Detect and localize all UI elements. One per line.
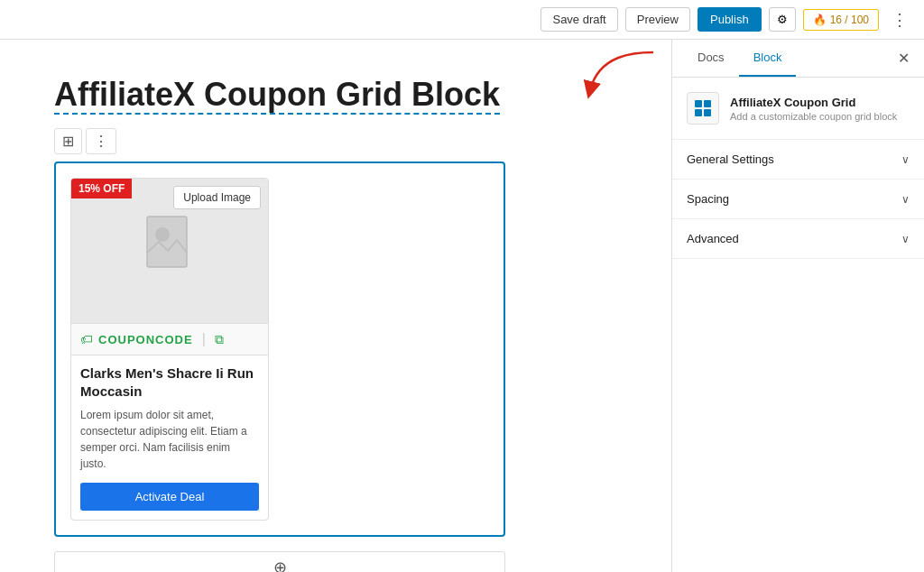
grid-icon: ⊞ bbox=[62, 133, 74, 150]
general-settings-chevron: ∨ bbox=[901, 153, 910, 166]
coupon-image-area: 15% OFF Upload Image bbox=[71, 179, 268, 323]
toolbar: Save draft Preview Publish ⚙ 🔥 16 / 100 … bbox=[0, 0, 924, 40]
coupon-card: 15% OFF Upload Image 🏷 COUPONCODE | bbox=[70, 178, 269, 521]
image-placeholder-icon bbox=[143, 215, 197, 288]
add-block-bar[interactable]: ⊕ bbox=[54, 551, 505, 572]
spacing-toggle[interactable]: Spacing ∨ bbox=[672, 180, 924, 218]
advanced-toggle[interactable]: Advanced ∨ bbox=[672, 219, 924, 258]
svg-rect-3 bbox=[704, 100, 711, 107]
svg-rect-2 bbox=[695, 100, 702, 107]
settings-button[interactable]: ⚙ bbox=[769, 7, 796, 32]
add-block-icon: ⊕ bbox=[273, 558, 287, 572]
copy-icon[interactable]: ⧉ bbox=[215, 332, 224, 347]
coupon-divider: | bbox=[202, 331, 206, 347]
gear-icon: ⚙ bbox=[777, 13, 788, 26]
panel-tabs: Docs Block ✕ bbox=[672, 40, 924, 78]
coupon-info: Clarks Men's Shacre Ii Run Moccasin Lore… bbox=[71, 355, 268, 520]
discount-badge: 15% OFF bbox=[71, 179, 132, 198]
block-type-icon bbox=[687, 92, 719, 125]
general-settings-label: General Settings bbox=[687, 152, 774, 166]
block-grid-button[interactable]: ⊞ bbox=[54, 128, 82, 154]
coupon-block: 15% OFF Upload Image 🏷 COUPONCODE | bbox=[54, 161, 505, 537]
spacing-chevron: ∨ bbox=[901, 193, 910, 206]
more-icon: ⋮ bbox=[892, 11, 908, 29]
block-info: AffiliateX Coupon Grid Add a customizabl… bbox=[672, 78, 924, 140]
block-name: AffiliateX Coupon Grid bbox=[730, 96, 897, 109]
save-draft-button[interactable]: Save draft bbox=[541, 7, 617, 32]
main-layout: AffiliateX Coupon Grid Block ⊞ ⋮ 15% OFF… bbox=[0, 40, 924, 572]
right-panel: Docs Block ✕ AffiliateX Cou bbox=[671, 40, 924, 572]
page-title: AffiliateX Coupon Grid Block bbox=[54, 76, 500, 115]
publish-button[interactable]: Publish bbox=[698, 7, 762, 32]
advanced-label: Advanced bbox=[687, 232, 739, 245]
general-settings-toggle[interactable]: General Settings ∨ bbox=[672, 140, 924, 179]
accordion-spacing: Spacing ∨ bbox=[672, 180, 924, 219]
activate-deal-button[interactable]: Activate Deal bbox=[80, 483, 259, 511]
spacing-label: Spacing bbox=[687, 192, 729, 206]
coupon-code-text: COUPONCODE bbox=[98, 333, 193, 346]
block-more-button[interactable]: ⋮ bbox=[86, 128, 116, 154]
coupon-tag-icon: 🏷 bbox=[80, 332, 93, 346]
block-toolbar: ⊞ ⋮ bbox=[54, 128, 617, 154]
editor-area: AffiliateX Coupon Grid Block ⊞ ⋮ 15% OFF… bbox=[0, 40, 671, 572]
tab-block[interactable]: Block bbox=[739, 40, 797, 77]
accordion-advanced: Advanced ∨ bbox=[672, 219, 924, 259]
block-description: Add a customizable coupon grid block bbox=[730, 111, 897, 122]
product-name: Clarks Men's Shacre Ii Run Moccasin bbox=[80, 364, 259, 400]
more-options-button[interactable]: ⋮ bbox=[886, 8, 913, 32]
tab-docs[interactable]: Docs bbox=[683, 40, 739, 77]
ranking-icon: 🔥 bbox=[813, 14, 827, 26]
close-icon: ✕ bbox=[898, 51, 910, 66]
preview-button[interactable]: Preview bbox=[625, 7, 690, 32]
accordion-general-settings: General Settings ∨ bbox=[672, 140, 924, 180]
ranking-button[interactable]: 🔥 16 / 100 bbox=[803, 9, 879, 31]
upload-image-button[interactable]: Upload Image bbox=[173, 186, 261, 209]
svg-rect-5 bbox=[704, 109, 711, 116]
ranking-value: 16 / 100 bbox=[830, 14, 869, 26]
tab-group: Docs Block bbox=[683, 40, 796, 77]
panel-close-button[interactable]: ✕ bbox=[894, 46, 913, 70]
svg-rect-0 bbox=[147, 217, 187, 267]
block-more-icon: ⋮ bbox=[94, 133, 108, 150]
svg-rect-1 bbox=[155, 227, 170, 242]
advanced-chevron: ∨ bbox=[901, 233, 910, 245]
coupon-code-row: 🏷 COUPONCODE | ⧉ bbox=[71, 323, 268, 355]
svg-rect-4 bbox=[695, 109, 702, 116]
product-description: Lorem ipsum dolor sit amet, consectetur … bbox=[80, 407, 259, 472]
block-info-text: AffiliateX Coupon Grid Add a customizabl… bbox=[730, 96, 897, 122]
